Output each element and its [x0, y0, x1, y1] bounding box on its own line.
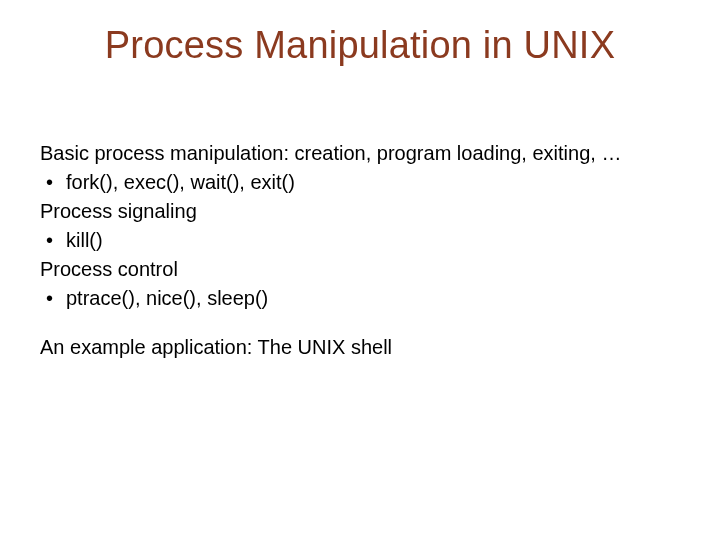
spacer — [40, 314, 680, 334]
bullet-item: kill() — [40, 227, 680, 254]
bullet-item: fork(), exec(), wait(), exit() — [40, 169, 680, 196]
slide: Process Manipulation in UNIX Basic proce… — [0, 0, 720, 540]
body-line: An example application: The UNIX shell — [40, 334, 680, 361]
body-line: Process signaling — [40, 198, 680, 225]
body-line: Process control — [40, 256, 680, 283]
bullet-item: ptrace(), nice(), sleep() — [40, 285, 680, 312]
slide-title: Process Manipulation in UNIX — [0, 24, 720, 67]
slide-body: Basic process manipulation: creation, pr… — [40, 140, 680, 363]
body-line: Basic process manipulation: creation, pr… — [40, 140, 680, 167]
